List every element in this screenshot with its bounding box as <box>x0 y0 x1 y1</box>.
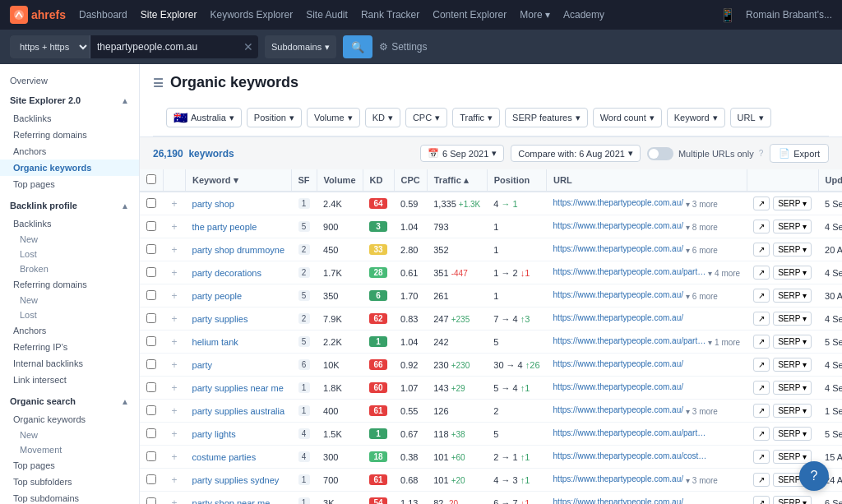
row-checkbox[interactable] <box>146 497 156 505</box>
filter-traffic[interactable]: Traffic ▾ <box>452 108 500 127</box>
export-button[interactable]: 📄 Export <box>770 144 829 163</box>
serp-button[interactable]: SERP ▾ <box>773 427 812 441</box>
row-checkbox[interactable] <box>146 428 156 438</box>
serp-button[interactable]: SERP ▾ <box>773 335 812 349</box>
td-add[interactable]: + <box>164 446 186 469</box>
td-add[interactable]: + <box>164 400 186 423</box>
td-add[interactable]: + <box>164 354 186 377</box>
trend-button[interactable]: ↗ <box>753 427 770 441</box>
search-button[interactable]: 🔍 <box>343 35 372 58</box>
nav-site-explorer[interactable]: Site Explorer <box>141 9 197 21</box>
th-kd[interactable]: KD <box>363 169 394 192</box>
sidebar-item-link-intersect[interactable]: Link intersect <box>0 372 139 388</box>
row-checkbox[interactable] <box>146 198 156 208</box>
serp-button[interactable]: SERP ▾ <box>773 289 812 303</box>
sidebar-item-organic-keywords[interactable]: Organic keywords <box>0 160 139 176</box>
url-link[interactable]: https://www.thepartypeople.com.au/ <box>553 497 683 504</box>
td-add[interactable]: + <box>164 377 186 400</box>
trend-button[interactable]: ↗ <box>753 381 770 395</box>
trend-button[interactable]: ↗ <box>753 197 770 210</box>
serp-button[interactable]: SERP ▾ <box>773 266 812 280</box>
add-keyword-button[interactable]: + <box>170 313 179 325</box>
td-checkbox[interactable] <box>140 492 164 505</box>
td-checkbox[interactable] <box>140 423 164 446</box>
serp-button[interactable]: SERP ▾ <box>773 450 812 464</box>
th-traffic[interactable]: Traffic ▴ <box>427 169 487 192</box>
filter-kd[interactable]: KD ▾ <box>365 108 400 127</box>
row-checkbox[interactable] <box>146 221 156 231</box>
row-checkbox[interactable] <box>146 267 156 277</box>
add-keyword-button[interactable]: + <box>170 359 179 371</box>
keyword-link[interactable]: party shop <box>192 199 234 209</box>
keyword-link[interactable]: party supplies sydney <box>192 475 280 485</box>
more-urls-link[interactable]: ▾ 4 more <box>708 269 740 278</box>
sidebar-item-anchors-s2[interactable]: Anchors <box>0 322 139 339</box>
row-checkbox[interactable] <box>146 451 156 461</box>
th-url[interactable]: URL <box>547 169 747 192</box>
td-checkbox[interactable] <box>140 446 164 469</box>
sidebar-item-internal-backlinks[interactable]: Internal backlinks <box>0 355 139 372</box>
td-checkbox[interactable] <box>140 261 164 284</box>
url-link[interactable]: https://www.thepartypeople.com.au/cost… <box>553 451 707 460</box>
add-keyword-button[interactable]: + <box>170 497 179 505</box>
url-link[interactable]: https://www.thepartypeople.com.au/part… <box>553 336 706 345</box>
td-checkbox[interactable] <box>140 307 164 331</box>
filter-word-count[interactable]: Word count ▾ <box>593 108 662 127</box>
th-cpc[interactable]: CPC <box>394 169 427 192</box>
add-keyword-button[interactable]: + <box>170 451 179 463</box>
sidebar-item-backlinks-s2[interactable]: Backlinks <box>0 215 139 232</box>
th-position[interactable]: Position <box>487 169 546 192</box>
more-urls-link[interactable]: ▾ 3 more <box>686 200 718 209</box>
td-add[interactable]: + <box>164 215 186 238</box>
sidebar-item-backlinks-s1[interactable]: Backlinks <box>0 110 139 127</box>
filter-serp[interactable]: SERP features ▾ <box>505 108 588 127</box>
sidebar-sub-item-new-ok[interactable]: New <box>0 428 139 442</box>
td-add[interactable]: + <box>164 261 186 284</box>
keyword-link[interactable]: party people <box>192 291 243 301</box>
more-urls-link[interactable]: ▾ 3 more <box>686 476 718 485</box>
nav-rank-tracker[interactable]: Rank Tracker <box>361 9 419 21</box>
serp-button[interactable]: SERP ▾ <box>773 358 812 372</box>
chat-bubble[interactable]: ? <box>799 461 829 491</box>
trend-button[interactable]: ↗ <box>753 289 770 303</box>
url-link[interactable]: https://www.thepartypeople.com.au/ <box>553 290 683 299</box>
multiple-urls-toggle[interactable] <box>647 147 673 160</box>
keyword-link[interactable]: party decorations <box>192 268 261 278</box>
url-link[interactable]: https://www.thepartypeople.com.au/part… <box>553 428 706 437</box>
row-checkbox[interactable] <box>146 382 156 392</box>
url-link[interactable]: https://www.thepartypeople.com.au/ <box>553 474 683 483</box>
td-add[interactable]: + <box>164 469 186 492</box>
sidebar-sub-item-lost-rd[interactable]: Lost <box>0 307 139 322</box>
filter-position[interactable]: Position ▾ <box>247 108 302 127</box>
sidebar-sub-item-new-rd[interactable]: New <box>0 293 139 307</box>
sidebar-item-referring-ips[interactable]: Referring IP's <box>0 339 139 355</box>
td-checkbox[interactable] <box>140 377 164 400</box>
td-checkbox[interactable] <box>140 400 164 423</box>
sidebar-section-header-site-explorer[interactable]: Site Explorer 2.0 ▲ <box>0 90 139 110</box>
td-add[interactable]: + <box>164 284 186 307</box>
td-checkbox[interactable] <box>140 354 164 377</box>
serp-button[interactable]: SERP ▾ <box>773 243 812 257</box>
serp-button[interactable]: SERP ▾ <box>773 312 812 326</box>
td-checkbox[interactable] <box>140 192 164 215</box>
td-add[interactable]: + <box>164 492 186 505</box>
more-urls-link[interactable]: ▾ 1 more <box>708 338 740 347</box>
notifications-icon[interactable]: 📱 <box>719 7 736 23</box>
td-add[interactable]: + <box>164 331 186 354</box>
url-link[interactable]: https://www.thepartypeople.com.au/ <box>553 313 683 322</box>
add-keyword-button[interactable]: + <box>170 267 179 279</box>
logo[interactable]: ahrefs <box>10 6 66 24</box>
add-keyword-button[interactable]: + <box>170 244 179 256</box>
trend-button[interactable]: ↗ <box>753 404 770 418</box>
trend-button[interactable]: ↗ <box>753 312 770 326</box>
nav-academy[interactable]: Academy <box>563 9 604 21</box>
td-checkbox[interactable] <box>140 331 164 354</box>
more-urls-link[interactable]: ▾ 6 more <box>686 246 718 255</box>
row-checkbox[interactable] <box>146 359 156 369</box>
trend-button[interactable]: ↗ <box>753 473 770 487</box>
keyword-link[interactable]: party <box>192 360 212 370</box>
sidebar-item-top-pages-s3[interactable]: Top pages <box>0 457 139 474</box>
th-volume[interactable]: Volume <box>317 169 363 192</box>
trend-button[interactable]: ↗ <box>753 220 770 234</box>
nav-content-explorer[interactable]: Content Explorer <box>433 9 507 21</box>
